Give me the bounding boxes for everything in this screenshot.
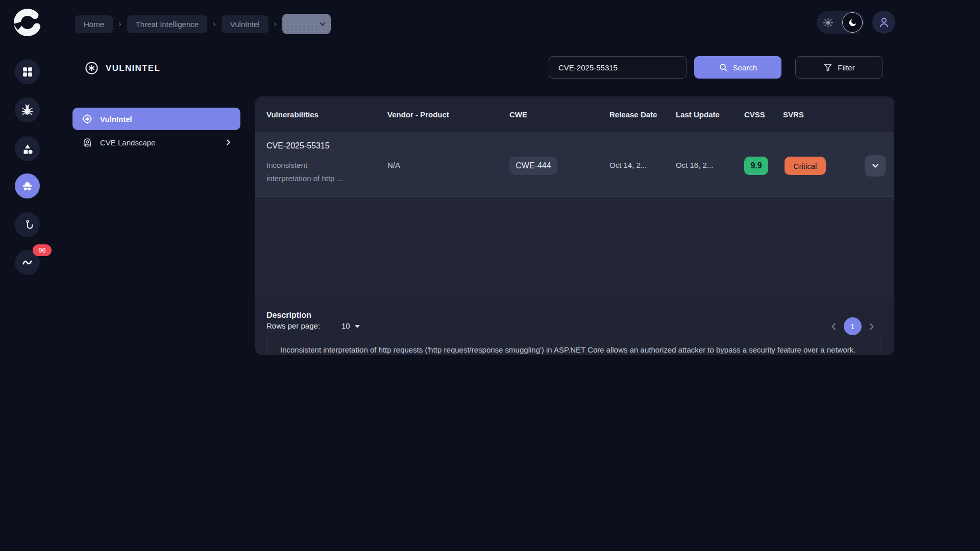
filter-funnel-icon (823, 63, 832, 72)
rail-assets-button[interactable] (15, 136, 40, 161)
shark-logo-icon (12, 7, 43, 38)
row-expand-button[interactable] (865, 155, 886, 177)
notification-count-badge: 96 (33, 244, 52, 256)
cvss-score-badge: 9.9 (744, 157, 768, 175)
breadcrumb-vulnintel[interactable]: VulnIntel (222, 15, 268, 33)
pagination-controls: 1 (830, 317, 875, 335)
vendor-product-value: N/A (387, 161, 400, 169)
user-avatar-button[interactable] (872, 11, 895, 34)
subnav-label-vulnintel: VulnIntel (100, 115, 132, 123)
dark-mode-selected[interactable] (842, 12, 863, 33)
col-vendor-product: Vendor - Product (387, 110, 449, 119)
rail-phishing-button[interactable] (15, 212, 40, 237)
col-vulnerabilities: Vulnerabilities (266, 110, 318, 119)
release-date-value: Oct 14, 2... (609, 161, 647, 169)
breadcrumb-separator: › (118, 19, 121, 29)
hacker-icon (81, 136, 93, 148)
breadcrumb: Home › Threat Intelligence › VulnIntel › (75, 12, 331, 36)
rows-per-page-select[interactable]: 10 (341, 321, 360, 330)
last-update-value: Oct 16, 2... (676, 161, 713, 169)
previous-page-button[interactable] (830, 322, 837, 331)
breadcrumb-separator: › (274, 19, 277, 29)
theme-toggle[interactable] (817, 11, 864, 34)
hook-icon (22, 219, 33, 231)
chevron-down-icon (319, 20, 326, 28)
subnav-item-vulnintel[interactable]: VulnIntel (72, 108, 240, 130)
page-number-button[interactable]: 1 (844, 317, 862, 335)
spy-icon (21, 180, 34, 192)
table-header-row: Vulnerabilities Vendor - Product CWE Rel… (255, 96, 894, 133)
subnav-item-cve-landscape[interactable]: CVE Landscape (72, 131, 240, 154)
table-row[interactable]: CVE-2025-55315 Inconsistent interpretati… (255, 133, 894, 197)
vulnintel-module-icon (84, 61, 99, 76)
vulnerability-table-panel: Vulnerabilities Vendor - Product CWE Rel… (255, 96, 894, 355)
next-page-button[interactable] (868, 322, 875, 331)
filter-button[interactable]: Filter (795, 56, 883, 79)
grid-icon (22, 66, 33, 78)
page-title: VULNINTEL (84, 61, 160, 76)
wave-icon (21, 256, 34, 269)
description-heading: Description (266, 311, 311, 320)
breadcrumb-separator: › (213, 19, 216, 29)
col-release-date: Release Date (609, 110, 657, 119)
rows-per-page-label: Rows per page: (266, 321, 320, 330)
rail-bug-button[interactable] (15, 97, 40, 122)
col-svrs: SVRS (783, 110, 804, 119)
breadcrumb-page-dropdown[interactable] (282, 14, 331, 34)
subnav-label-cve-landscape: CVE Landscape (100, 138, 155, 147)
rail-dashboard-button[interactable] (15, 59, 40, 84)
search-button-label: Search (733, 63, 757, 72)
pagination-divider (255, 296, 894, 296)
chevron-down-icon (871, 161, 880, 170)
svrs-badge: Critical (785, 157, 826, 175)
cve-summary: Inconsistent interpretation of http ... (266, 159, 343, 185)
sun-icon[interactable] (823, 17, 834, 28)
cve-search-input[interactable] (549, 56, 687, 79)
search-button[interactable]: Search (694, 56, 781, 79)
chevron-right-icon (225, 139, 232, 146)
filter-button-label: Filter (838, 63, 854, 72)
virus-icon (81, 113, 93, 125)
rail-threat-intelligence-button[interactable] (15, 173, 40, 198)
moon-icon (848, 18, 857, 28)
shapes-icon (22, 143, 33, 155)
col-cwe: CWE (509, 110, 527, 119)
col-cvss: CVSS (744, 110, 765, 119)
page-title-text: VULNINTEL (106, 63, 160, 73)
person-icon (878, 16, 890, 29)
subnav-divider (72, 92, 240, 92)
cve-id[interactable]: CVE-2025-55315 (266, 141, 330, 151)
breadcrumb-threat-intelligence[interactable]: Threat Intelligence (127, 15, 207, 33)
cwe-badge: CWE-444 (509, 157, 557, 175)
description-box: Inconsistent interpretation of http requ… (266, 331, 882, 355)
col-last-update: Last Update (676, 110, 720, 119)
search-icon (719, 63, 728, 72)
breadcrumb-home[interactable]: Home (75, 15, 113, 33)
rows-per-page-value: 10 (341, 321, 350, 330)
row-detail-region: Description Inconsistent interpretation … (255, 197, 894, 296)
caret-down-icon (355, 325, 360, 328)
brand-logo[interactable] (12, 7, 43, 38)
bug-icon (21, 104, 33, 116)
